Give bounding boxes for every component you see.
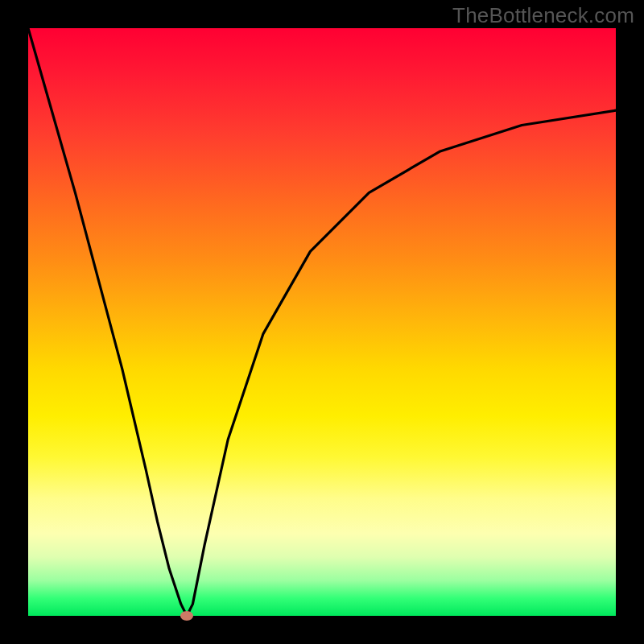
bottleneck-curve	[28, 28, 616, 616]
watermark-text: TheBottleneck.com	[452, 3, 634, 28]
optimal-point-marker	[180, 611, 193, 621]
chart-frame: TheBottleneck.com	[0, 0, 644, 644]
plot-area	[28, 28, 616, 616]
